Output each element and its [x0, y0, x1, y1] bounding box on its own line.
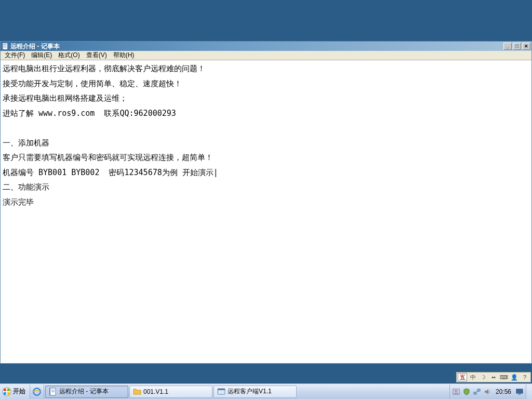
desktop: 远程介绍 - 记事本 _ □ ✕ 文件(F) 编辑(E) 格式(O) 查看(V)… — [0, 0, 532, 399]
notepad-icon — [49, 388, 57, 396]
lang-keyboard-icon[interactable]: ⌨ — [499, 373, 509, 381]
menu-edit[interactable]: 编辑(E) — [28, 50, 55, 60]
menu-file[interactable]: 文件(F) — [2, 50, 28, 60]
task-app[interactable]: 远程客户端V1.1 — [214, 385, 297, 398]
task-notepad[interactable]: 远程介绍 - 记事本 — [45, 385, 128, 398]
svg-point-10 — [33, 388, 41, 395]
svg-rect-4 — [2, 43, 3, 49]
lang-ch[interactable]: 中 — [468, 373, 477, 381]
tray-shield-icon[interactable] — [462, 388, 471, 396]
tray-monitor-icon[interactable] — [515, 388, 524, 396]
text-area[interactable]: 远程电脑出租行业远程利器，彻底解决客户远程难的问题！ 接受功能开发与定制，使用简… — [1, 60, 531, 363]
taskbar: 开始 远程介绍 - 记事本 001.V1.1 — [0, 383, 532, 399]
tray-network-icon[interactable] — [473, 388, 481, 396]
maximize-button[interactable]: □ — [513, 43, 521, 50]
show-desktop-button[interactable] — [526, 384, 532, 399]
quick-launch — [30, 384, 44, 399]
svg-rect-9 — [7, 392, 10, 395]
svg-rect-20 — [477, 389, 480, 391]
minimize-button[interactable]: _ — [503, 43, 512, 50]
folder-icon — [133, 388, 141, 396]
menu-format[interactable]: 格式(O) — [55, 50, 83, 60]
menu-help[interactable]: 帮助(H) — [110, 50, 138, 60]
svg-rect-22 — [516, 389, 523, 393]
app-icon — [217, 388, 225, 396]
svg-rect-7 — [7, 389, 10, 391]
titlebar[interactable]: 远程介绍 - 记事本 _ □ ✕ — [1, 42, 531, 51]
svg-rect-6 — [4, 389, 6, 391]
ime-indicator[interactable]: 五 — [458, 373, 467, 381]
tray-clock[interactable]: 20:56 — [494, 388, 513, 395]
start-label: 开始 — [13, 387, 25, 396]
svg-rect-19 — [474, 392, 476, 394]
svg-rect-16 — [218, 389, 225, 390]
lang-punct-icon[interactable]: •• — [489, 373, 498, 381]
ie-icon[interactable] — [32, 387, 42, 396]
tray-volume-icon[interactable] — [483, 388, 491, 396]
lang-user-icon[interactable]: 👤 — [510, 373, 519, 381]
task-buttons: 远程介绍 - 记事本 001.V1.1 远程客户端V1.1 — [44, 384, 449, 399]
window-title: 远程介绍 - 记事本 — [10, 42, 503, 51]
system-tray: 五 20:56 — [449, 384, 526, 399]
tray-ime-icon[interactable]: 五 — [452, 388, 460, 396]
notepad-icon — [2, 43, 9, 50]
close-button[interactable]: ✕ — [522, 43, 530, 50]
svg-rect-12 — [49, 388, 50, 395]
svg-rect-0 — [3, 43, 8, 49]
svg-rect-23 — [518, 394, 521, 395]
language-bar[interactable]: 五 中 ☽ •• ⌨ 👤 ? — [456, 372, 531, 382]
task-label: 远程介绍 - 记事本 — [59, 387, 109, 396]
task-label: 001.V1.1 — [143, 388, 168, 395]
start-button[interactable]: 开始 — [0, 384, 30, 399]
start-orb-icon — [2, 387, 11, 396]
menu-view[interactable]: 查看(V) — [83, 50, 110, 60]
svg-text:五: 五 — [454, 390, 458, 394]
svg-rect-8 — [4, 392, 6, 395]
lang-help-icon[interactable]: ? — [520, 373, 529, 381]
window-controls: _ □ ✕ — [503, 43, 531, 50]
task-label: 远程客户端V1.1 — [228, 387, 272, 396]
notepad-window: 远程介绍 - 记事本 _ □ ✕ 文件(F) 编辑(E) 格式(O) 查看(V)… — [0, 41, 532, 364]
menubar: 文件(F) 编辑(E) 格式(O) 查看(V) 帮助(H) — [1, 51, 531, 60]
lang-moon-icon[interactable]: ☽ — [478, 373, 488, 381]
task-folder[interactable]: 001.V1.1 — [129, 385, 212, 398]
